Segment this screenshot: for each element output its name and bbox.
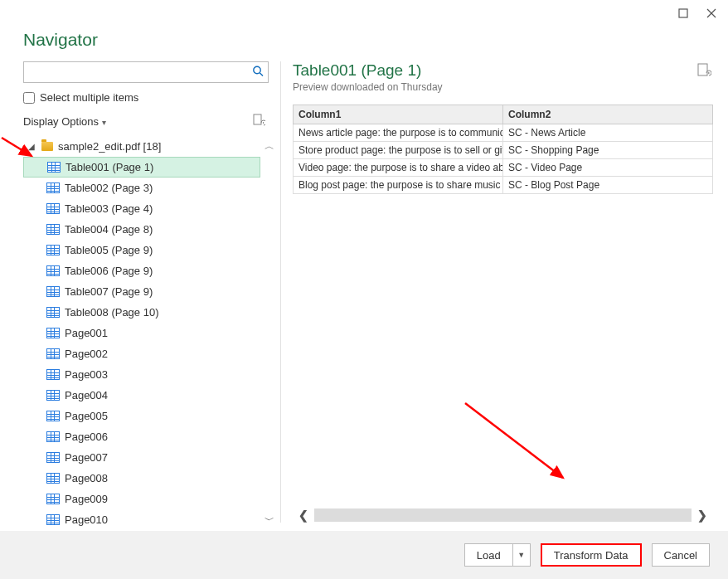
search-icon[interactable] [252,66,264,80]
tree-item-label: Table004 (Page 8) [65,223,153,236]
page-icon [46,411,60,421]
table-cell: Video page: the purpose is to share a vi… [294,159,503,177]
table-cell: SC - Video Page [503,159,713,177]
folder-icon [41,142,53,151]
horizontal-scrollbar[interactable]: ❮ ❯ [293,506,713,524]
caret-down-icon: ◢ [28,142,36,151]
table-row[interactable]: Blog post page: the purpose is to share … [294,177,713,194]
page-icon [46,328,60,338]
scroll-right-icon[interactable]: ❯ [692,508,713,522]
refresh-icon[interactable] [252,114,265,129]
tree-folder-label: sample2_edit.pdf [18] [58,140,161,153]
page-icon [46,390,60,401]
tree-item-label: Page005 [65,410,108,422]
load-dropdown-icon[interactable]: ▼ [512,543,531,567]
scroll-left-icon[interactable]: ❮ [293,508,314,522]
table-cell: Blog post page: the purpose is to share … [294,177,503,194]
table-header[interactable]: Column2 [503,105,713,124]
table-icon [46,203,60,214]
preview-title: Table001 (Page 1) [293,61,713,80]
tree-item-page[interactable]: Page004 [23,385,260,406]
table-cell: SC - News Article [503,124,713,142]
tree-item-label: Table001 (Page 1) [66,161,153,173]
select-multiple-checkbox[interactable]: Select multiple items [23,91,275,104]
dialog-footer: Load ▼ Transform Data Cancel [0,531,728,579]
tree-item-table[interactable]: Table002 (Page 3) [23,178,260,198]
transform-data-button[interactable]: Transform Data [541,543,642,567]
tree-item-label: Page003 [65,368,108,381]
preview-subtitle: Preview downloaded on Thursday [293,81,713,93]
load-button[interactable]: Load [464,543,512,567]
table-icon [46,224,60,235]
table-cell: Store product page: the purpose is to se… [294,142,503,159]
scroll-down-icon[interactable]: ﹀ [265,510,274,531]
page-icon [46,473,60,484]
table-cell: News article page: the purpose is to com… [294,124,503,142]
tree-item-page[interactable]: Page003 [23,364,260,385]
tree-item-page[interactable]: Page005 [23,406,260,426]
tree-item-table[interactable]: Table003 (Page 4) [23,198,260,219]
tree-item-label: Page002 [65,348,108,360]
page-icon [46,514,60,525]
tree-item-label: Page008 [65,472,108,484]
tree-item-label: Page006 [65,431,108,443]
navigation-tree[interactable]: ◢sample2_edit.pdf [18]Table001 (Page 1)T… [23,136,275,531]
svg-rect-5 [254,114,261,124]
table-icon [46,245,60,255]
preview-table: Column1Column2 News article page: the pu… [293,105,713,194]
table-cell: SC - Shopping Page [503,142,713,159]
cancel-button[interactable]: Cancel [652,543,710,567]
tree-item-table[interactable]: Table006 (Page 9) [23,260,260,281]
tree-item-page[interactable]: Page007 [23,447,260,468]
table-icon [46,307,60,318]
display-options-button[interactable]: Display Options▾ [23,115,106,128]
svg-rect-0 [679,9,687,17]
page-icon [46,431,60,442]
table-icon [46,265,60,276]
tree-item-page[interactable]: Page009 [23,489,260,509]
tree-item-label: Table002 (Page 3) [65,182,153,194]
tree-item-label: Table008 (Page 10) [65,306,158,319]
table-icon [47,162,61,173]
table-row[interactable]: News article page: the purpose is to com… [294,124,713,142]
tree-item-table[interactable]: Table008 (Page 10) [23,302,260,323]
tree-item-label: Page009 [65,493,108,505]
preview-view-icon[interactable] [696,63,711,80]
tree-item-table[interactable]: Table007 (Page 9) [23,281,260,302]
table-icon [46,286,60,297]
page-icon [46,369,60,380]
table-icon [46,182,60,193]
table-row[interactable]: Store product page: the purpose is to se… [294,142,713,159]
load-split-button[interactable]: Load ▼ [464,543,531,567]
tree-item-label: Table003 (Page 4) [65,202,153,215]
tree-item-page[interactable]: Page010 [23,509,260,530]
page-icon [46,494,60,504]
svg-rect-6 [698,64,707,75]
tree-item-page[interactable]: Page002 [23,343,260,364]
svg-point-3 [254,66,260,73]
tree-scrollbar[interactable]: ︿ ﹀ [264,136,275,531]
tree-item-label: Page007 [65,451,108,464]
navigator-title: Navigator [23,30,275,50]
tree-folder-root[interactable]: ◢sample2_edit.pdf [18] [23,136,260,157]
tree-item-label: Page004 [65,389,108,401]
tree-item-table[interactable]: Table004 (Page 8) [23,219,260,240]
select-multiple-label: Select multiple items [40,91,138,104]
tree-item-page[interactable]: Page006 [23,426,260,447]
page-icon [46,348,60,359]
tree-item-table[interactable]: Table001 (Page 1) [23,157,260,178]
tree-item-page[interactable]: Page001 [23,323,260,343]
table-cell: SC - Blog Post Page [503,177,713,194]
tree-item-label: Table007 (Page 9) [65,285,153,298]
tree-item-label: Page001 [65,327,108,339]
table-header[interactable]: Column1 [294,105,503,124]
tree-item-table[interactable]: Table005 (Page 9) [23,240,260,260]
page-icon [46,452,60,463]
tree-item-page[interactable]: Page008 [23,468,260,489]
search-input[interactable] [23,61,269,83]
table-row[interactable]: Video page: the purpose is to share a vi… [294,159,713,177]
svg-line-4 [260,73,263,76]
tree-item-label: Page010 [65,513,108,526]
scroll-up-icon[interactable]: ︿ [265,136,274,157]
tree-item-label: Table006 (Page 9) [65,265,153,277]
